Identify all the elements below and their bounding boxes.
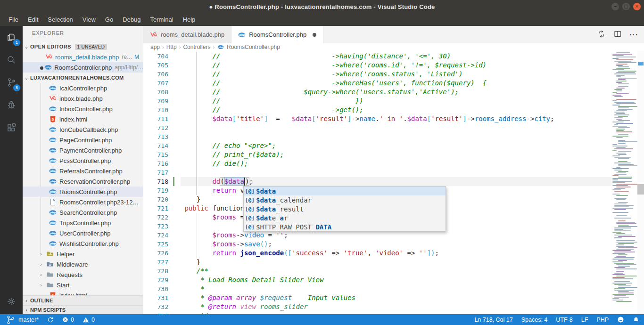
code-line-712[interactable]: 712 bbox=[143, 123, 644, 132]
tree-item-wishlistcontroller-php[interactable]: phpWishlistController.php bbox=[23, 238, 143, 249]
tab-roomscontroller-php[interactable]: phpRoomsController.php bbox=[231, 26, 323, 43]
maximize-button[interactable]: ▢ bbox=[622, 3, 630, 10]
suggest-item[interactable]: [@]$HTTP_RAW_POST_DATA bbox=[244, 222, 446, 231]
status-0[interactable]: 0 bbox=[83, 314, 95, 325]
tab-rooms-detail-blade-php[interactable]: rooms_detail.blade.php bbox=[143, 26, 231, 43]
status-notifications[interactable] bbox=[633, 314, 639, 325]
breadcrumb-item[interactable]: app bbox=[150, 44, 160, 50]
code-line-704[interactable]: 704 // ->having('distance', '<=', 30) bbox=[143, 52, 644, 61]
open-changes-button[interactable] bbox=[597, 30, 606, 40]
activity-extensions[interactable] bbox=[0, 116, 23, 139]
breadcrumb-item[interactable]: Http bbox=[166, 44, 177, 50]
suggest-item[interactable]: [@]$data bbox=[244, 187, 446, 195]
menu-edit[interactable]: Edit bbox=[23, 13, 43, 26]
tree-item-pcsscontroller-php[interactable]: phpPcssController.php bbox=[23, 155, 143, 166]
code-line-709[interactable]: 709 // }) bbox=[143, 97, 644, 106]
menu-terminal[interactable]: Terminal bbox=[145, 13, 178, 26]
menu-debug[interactable]: Debug bbox=[118, 13, 145, 26]
intellisense-suggest-widget[interactable]: [@]$data[@]$data_calendar[@]$data_result… bbox=[243, 186, 446, 232]
breadcrumb-file[interactable]: RoomsController.php bbox=[227, 44, 280, 50]
tab-dirty-dot[interactable] bbox=[313, 33, 316, 37]
code-line-718[interactable]: 718 dd($data); bbox=[143, 177, 644, 186]
settings-button[interactable] bbox=[0, 292, 23, 311]
tree-item-roomscontroller-php23-12-[interactable]: RoomsController.php23-12… bbox=[23, 197, 143, 207]
code-line-715[interactable]: 715 // print_r($data); bbox=[143, 150, 644, 159]
status-encoding[interactable]: UTF-8 bbox=[556, 314, 572, 325]
breadcrumb-item[interactable]: Controllers bbox=[183, 44, 210, 50]
status-language-mode[interactable]: PHP bbox=[596, 314, 609, 325]
tree-item-start[interactable]: ›Start bbox=[23, 280, 143, 290]
code-line-707[interactable]: 707 // ->whereHas('users', function($que… bbox=[143, 79, 644, 88]
overview-ruler[interactable] bbox=[637, 51, 644, 314]
menu-file[interactable]: File bbox=[4, 13, 23, 26]
tree-item-reservationcontroller-php[interactable]: phpReservationController.php bbox=[23, 176, 143, 187]
code-line-716[interactable]: 716 // die(); bbox=[143, 159, 644, 168]
code-line-714[interactable]: 714 // echo "<pre>"; bbox=[143, 141, 644, 150]
tree-item-icalcontroller-php[interactable]: phpIcalController.php bbox=[23, 83, 143, 93]
minimize-button[interactable]: – bbox=[611, 3, 619, 10]
activity-debug[interactable] bbox=[0, 94, 23, 116]
code-line-726[interactable]: 726 return json_encode(['success' => 'tr… bbox=[143, 249, 644, 258]
suggest-item[interactable]: [@]$data_calendar bbox=[244, 195, 446, 204]
code-line-706[interactable]: 706 // ->where('rooms.status', 'Listed') bbox=[143, 70, 644, 79]
tree-item-index-html[interactable]: 5index.html bbox=[23, 114, 143, 124]
open-editor-item[interactable]: phpRoomsController.phpapp/Http/… bbox=[23, 62, 143, 73]
outline-section-header[interactable]: › OUTLINE bbox=[23, 295, 143, 305]
suggest-item[interactable]: [@]$date_ar bbox=[244, 213, 446, 222]
tree-item-pagecontroller-php[interactable]: phpPageController.php bbox=[23, 135, 143, 145]
status-cursor-position[interactable]: Ln 718, Col 17 bbox=[474, 314, 512, 325]
breadcrumb[interactable]: app›Http›Controllers›phpRoomsController.… bbox=[143, 43, 644, 51]
dirty-indicator[interactable] bbox=[39, 64, 44, 71]
tree-item-referralscontroller-php[interactable]: phpReferralsController.php bbox=[23, 166, 143, 176]
tree-item-index-html[interactable]: 5index.html bbox=[23, 290, 143, 295]
tree-item-ioncubecallback-php[interactable]: phpIonCubeCallback.php bbox=[23, 124, 143, 135]
code-line-708[interactable]: 708 // $query->where('users.status','Act… bbox=[143, 88, 644, 97]
split-editor-button[interactable] bbox=[613, 30, 622, 40]
code-line-713[interactable]: 713 bbox=[143, 132, 644, 141]
activity-source-control[interactable]: 8 bbox=[0, 71, 23, 94]
tree-item-requests[interactable]: ›Requests bbox=[23, 269, 143, 280]
workspace-root-header[interactable]: ⌄ LUXVACATIONRENTALHOMES.COM bbox=[23, 73, 143, 83]
tree-item-inbox-blade-php[interactable]: inbox.blade.php bbox=[23, 93, 143, 104]
code-line-711[interactable]: 711 $data['title'] = $data['result']->na… bbox=[143, 114, 644, 123]
tree-item-usercontroller-php[interactable]: phpUserController.php bbox=[23, 228, 143, 238]
code-line-710[interactable]: 710 // ->get(); bbox=[143, 106, 644, 114]
menu-selection[interactable]: Selection bbox=[43, 13, 77, 26]
code-line-727[interactable]: 727 } bbox=[143, 258, 644, 267]
scrollbar-thumb[interactable] bbox=[637, 184, 644, 195]
minimap[interactable] bbox=[611, 51, 637, 314]
menu-help[interactable]: Help bbox=[178, 13, 200, 26]
tree-item-paymentcontroller-php[interactable]: phpPaymentController.php bbox=[23, 145, 143, 155]
open-editors-header[interactable]: ⌄ OPEN EDITORS 1 UNSAVED bbox=[23, 41, 143, 52]
tree-item-roomscontroller-php[interactable]: phpRoomsController.php bbox=[23, 187, 143, 197]
npm-scripts-section-header[interactable]: › NPM SCRIPTS bbox=[23, 305, 143, 314]
status-master-[interactable]: master* bbox=[5, 314, 39, 325]
code-line-729[interactable]: 729 * Load Rooms Detail Slider View bbox=[143, 276, 644, 284]
code-line-705[interactable]: 705 // ->where('rooms.id', '!=', $reques… bbox=[143, 61, 644, 70]
code-line-730[interactable]: 730 * bbox=[143, 284, 644, 293]
suggest-item[interactable]: [@]$data_result bbox=[244, 204, 446, 213]
code-line-732[interactable]: 732 * @return view rooms_slider bbox=[143, 302, 644, 311]
code-editor[interactable]: 704 // ->having('distance', '<=', 30)705… bbox=[143, 51, 644, 314]
close-button[interactable]: ✕ bbox=[633, 3, 641, 10]
tree-item-helper[interactable]: ›Helper bbox=[23, 249, 143, 259]
tree-item-inboxcontroller-php[interactable]: phpInboxController.php bbox=[23, 104, 143, 114]
tree-item-tripscontroller-php[interactable]: phpTripsController.php bbox=[23, 218, 143, 228]
activity-explorer[interactable]: 1 bbox=[0, 26, 23, 49]
activity-search[interactable] bbox=[0, 49, 23, 71]
code-line-724[interactable]: 724 $rooms->video = ''; bbox=[143, 231, 644, 240]
tree-item-middleware[interactable]: ›Middleware bbox=[23, 259, 143, 269]
code-line-731[interactable]: 731 * @param array $request Input values bbox=[143, 293, 644, 302]
status-sync-icon[interactable] bbox=[47, 314, 54, 325]
status-eol[interactable]: LF bbox=[581, 314, 588, 325]
open-editor-item[interactable]: rooms_detail.blade.phpre…M bbox=[23, 52, 143, 62]
menu-go[interactable]: Go bbox=[100, 13, 118, 26]
code-line-728[interactable]: 728 /** bbox=[143, 267, 644, 276]
menu-view[interactable]: View bbox=[78, 13, 100, 26]
more-actions-button[interactable]: ··· bbox=[629, 31, 638, 39]
code-line-725[interactable]: 725 $rooms->save(); bbox=[143, 240, 644, 249]
status-0[interactable]: 0 bbox=[62, 314, 74, 325]
code-line-717[interactable]: 717 bbox=[143, 168, 644, 177]
tree-item-searchcontroller-php[interactable]: phpSearchController.php bbox=[23, 207, 143, 218]
status-indentation[interactable]: Spaces: 4 bbox=[521, 314, 548, 325]
